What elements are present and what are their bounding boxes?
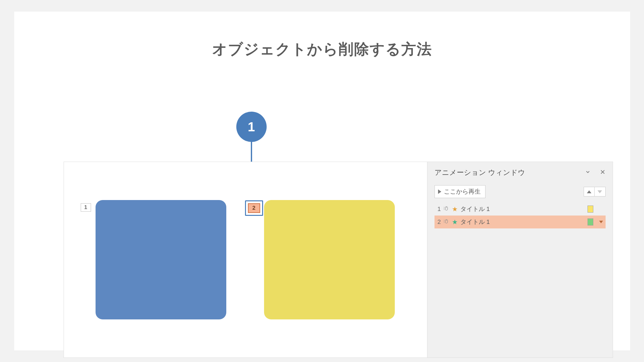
- arrow-down-icon: [598, 190, 602, 193]
- animation-order-tag-2[interactable]: 2: [248, 203, 260, 213]
- powerpoint-window: 1 2 アニメーション ウィンドウ: [64, 162, 613, 358]
- reorder-buttons: [584, 187, 606, 196]
- timing-bar: [588, 206, 593, 213]
- collapse-icon[interactable]: [585, 169, 591, 176]
- move-down-button[interactable]: [595, 187, 606, 196]
- animation-item-label: タイトル 1: [460, 205, 490, 213]
- timing-bar: [588, 218, 593, 226]
- move-up-button[interactable]: [584, 187, 595, 196]
- animation-pane-header: アニメーション ウィンドウ: [434, 168, 606, 177]
- tutorial-card: オブジェクトから削除する方法 1 1 2 アニメーション ウィンドウ: [14, 12, 630, 350]
- animation-item-number: 2: [436, 218, 441, 226]
- effect-star-icon: ★: [452, 206, 458, 212]
- shape-blue-rect[interactable]: [96, 200, 226, 319]
- play-icon: [438, 189, 441, 194]
- animation-item-number: 1: [436, 206, 441, 213]
- mouse-click-icon: [444, 205, 449, 213]
- item-dropdown-icon[interactable]: [599, 221, 603, 223]
- callout-step-badge: 1: [236, 112, 267, 142]
- arrow-up-icon: [587, 190, 591, 193]
- animation-pane-title: アニメーション ウィンドウ: [434, 168, 525, 177]
- play-from-here-button[interactable]: ここから再生: [434, 185, 486, 198]
- animation-list-item[interactable]: 2 ★ タイトル 1: [434, 216, 606, 228]
- shape-yellow-rect[interactable]: [264, 200, 395, 319]
- play-label: ここから再生: [444, 187, 481, 196]
- effect-star-icon: ★: [452, 219, 458, 225]
- animation-pane: アニメーション ウィンドウ ここから再生: [427, 162, 613, 357]
- page-title: オブジェクトから削除する方法: [14, 39, 630, 59]
- close-icon[interactable]: [600, 169, 606, 176]
- animation-list-item[interactable]: 1 ★ タイトル 1: [434, 203, 606, 216]
- animation-list: 1 ★ タイトル 1 2: [434, 203, 606, 228]
- animation-item-label: タイトル 1: [460, 218, 490, 226]
- callout-step-number: 1: [248, 120, 255, 134]
- animation-order-tag-1[interactable]: 1: [81, 203, 91, 212]
- mouse-click-icon: [444, 218, 449, 226]
- slide-canvas[interactable]: 1 2: [64, 162, 427, 357]
